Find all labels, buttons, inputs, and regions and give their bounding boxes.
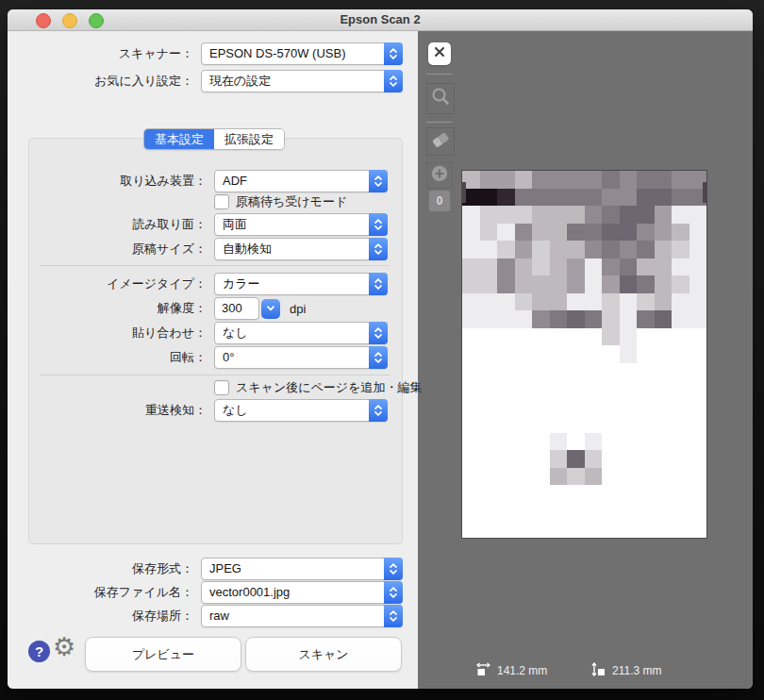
divider xyxy=(40,265,390,266)
stepper-icon xyxy=(369,322,388,344)
scanner-row: スキャナー： EPSON DS-570W (USB) xyxy=(8,43,403,64)
scanner-dropdown[interactable]: EPSON DS-570W (USB) xyxy=(201,42,403,65)
save-location-value: raw xyxy=(202,606,384,626)
stepper-icon xyxy=(384,558,403,580)
zoom-selection-tool[interactable] xyxy=(426,83,455,114)
stepper-icon xyxy=(384,581,403,604)
waiting-mode-row: 原稿待ち受けモード xyxy=(214,194,347,209)
erase-tool[interactable] xyxy=(426,127,455,156)
gear-icon[interactable]: ⚙ xyxy=(53,635,75,660)
preview-button[interactable]: プレビュー xyxy=(85,637,241,672)
save-format-value: JPEG xyxy=(202,558,384,579)
preview-panel: 0 141.2 mm 211.3 mm xyxy=(418,31,753,689)
waiting-mode-checkbox[interactable] xyxy=(214,194,229,209)
waiting-mode-label: 原稿待ち受けモード xyxy=(236,193,347,210)
add-pages-checkbox[interactable] xyxy=(214,380,229,395)
stepper-icon xyxy=(369,273,388,295)
resolution-input[interactable]: 300 xyxy=(214,297,259,320)
double-feed-dropdown[interactable]: なし xyxy=(214,399,388,422)
rotate-value: 0° xyxy=(215,347,369,368)
image-type-value: カラー xyxy=(215,274,369,294)
scanning-side-value: 両面 xyxy=(215,214,369,235)
stepper-icon xyxy=(384,605,403,627)
page-edge-mark xyxy=(703,182,706,203)
selection-count: 0 xyxy=(437,194,443,208)
toolbar-separator xyxy=(426,122,453,123)
toolbar-separator xyxy=(426,74,453,75)
add-pages-row: スキャン後にページを追加・編集 xyxy=(214,380,422,395)
source-row: 取り込み装置： ADF xyxy=(8,171,388,192)
stitch-label: 貼り合わせ： xyxy=(8,325,207,342)
double-feed-label: 重送検知： xyxy=(8,402,207,419)
stepper-icon xyxy=(369,213,388,236)
stepper-icon xyxy=(369,399,388,422)
scanner-label: スキャナー： xyxy=(8,45,193,62)
stepper-icon xyxy=(369,170,388,192)
source-dropdown[interactable]: ADF xyxy=(214,170,388,192)
image-type-row: イメージタイプ： カラー xyxy=(8,274,388,294)
settings-tabs: 基本設定 拡張設定 xyxy=(143,128,285,150)
preview-scan-image xyxy=(462,171,706,538)
resolution-value: 300 xyxy=(215,298,258,318)
stepper-icon xyxy=(369,238,388,260)
stitch-dropdown[interactable]: なし xyxy=(214,322,388,344)
epson-scan-window: Epson Scan 2 スキャナー： EPSON DS-570W (USB) … xyxy=(8,9,753,689)
tab-advanced-settings[interactable]: 拡張設定 xyxy=(214,129,284,149)
help-icon: ? xyxy=(35,643,43,659)
resolution-label: 解像度： xyxy=(8,300,207,317)
add-pages-label: スキャン後にページを追加・編集 xyxy=(236,379,422,396)
save-location-row: 保存場所： raw xyxy=(8,606,403,626)
resolution-row: 解像度： 300 dpi xyxy=(8,298,306,319)
rotate-row: 回転： 0° xyxy=(8,347,388,368)
scan-width-readout: 141.2 mm xyxy=(476,662,547,679)
save-filename-value: vector0001.jpg xyxy=(202,582,384,603)
double-feed-value: なし xyxy=(215,400,369,421)
plus-circle-icon xyxy=(429,163,450,188)
scanning-side-label: 読み取り面： xyxy=(8,216,207,233)
image-type-label: イメージタイプ： xyxy=(8,275,207,292)
width-dimension-icon xyxy=(476,662,490,679)
stepper-icon xyxy=(369,346,388,369)
resolution-unit: dpi xyxy=(290,302,306,316)
eraser-icon xyxy=(429,128,452,155)
save-format-row: 保存形式： JPEG xyxy=(8,558,403,579)
source-value: ADF xyxy=(215,171,369,192)
image-type-dropdown[interactable]: カラー xyxy=(214,273,388,295)
preset-value: 現在の設定 xyxy=(202,71,384,92)
double-feed-row: 重送検知： なし xyxy=(8,400,388,421)
page-edge-mark xyxy=(462,182,466,203)
save-location-dropdown[interactable]: raw xyxy=(201,605,403,627)
titlebar: Epson Scan 2 xyxy=(8,9,753,31)
save-filename-label: 保存ファイル名： xyxy=(8,584,193,601)
save-location-label: 保存場所： xyxy=(8,608,193,625)
scan-height-value: 211.3 mm xyxy=(612,664,661,677)
scanning-side-row: 読み取り面： 両面 xyxy=(8,214,388,235)
tab-basic-settings[interactable]: 基本設定 xyxy=(144,129,214,149)
add-area-tool[interactable] xyxy=(426,162,453,189)
preset-dropdown[interactable]: 現在の設定 xyxy=(201,70,403,92)
divider xyxy=(40,375,390,375)
stepper-icon xyxy=(384,70,403,92)
help-button[interactable]: ? xyxy=(28,641,50,662)
window-title: Epson Scan 2 xyxy=(8,12,753,26)
document-size-value: 自動検知 xyxy=(215,239,369,259)
document-size-row: 原稿サイズ： 自動検知 xyxy=(8,239,388,259)
scan-button[interactable]: スキャン xyxy=(245,637,402,672)
height-dimension-icon xyxy=(591,662,606,679)
close-preview-button[interactable] xyxy=(428,42,451,65)
save-format-dropdown[interactable]: JPEG xyxy=(201,558,403,580)
save-filename-row: 保存ファイル名： vector0001.jpg xyxy=(8,582,403,603)
rotate-dropdown[interactable]: 0° xyxy=(214,346,388,369)
save-filename-dropdown[interactable]: vector0001.jpg xyxy=(201,581,403,604)
close-icon xyxy=(432,44,447,63)
stitch-value: なし xyxy=(215,323,369,343)
settings-panel: スキャナー： EPSON DS-570W (USB) お気に入り設定： 現在の設… xyxy=(8,31,418,689)
resolution-dropdown-button[interactable] xyxy=(261,299,280,319)
document-size-dropdown[interactable]: 自動検知 xyxy=(214,238,388,260)
preview-page[interactable] xyxy=(462,171,706,538)
preset-row: お気に入り設定： 現在の設定 xyxy=(8,71,403,92)
scanning-side-dropdown[interactable]: 両面 xyxy=(214,213,388,236)
stitch-row: 貼り合わせ： なし xyxy=(8,323,388,343)
document-size-label: 原稿サイズ： xyxy=(8,241,207,258)
scan-height-readout: 211.3 mm xyxy=(591,662,661,679)
